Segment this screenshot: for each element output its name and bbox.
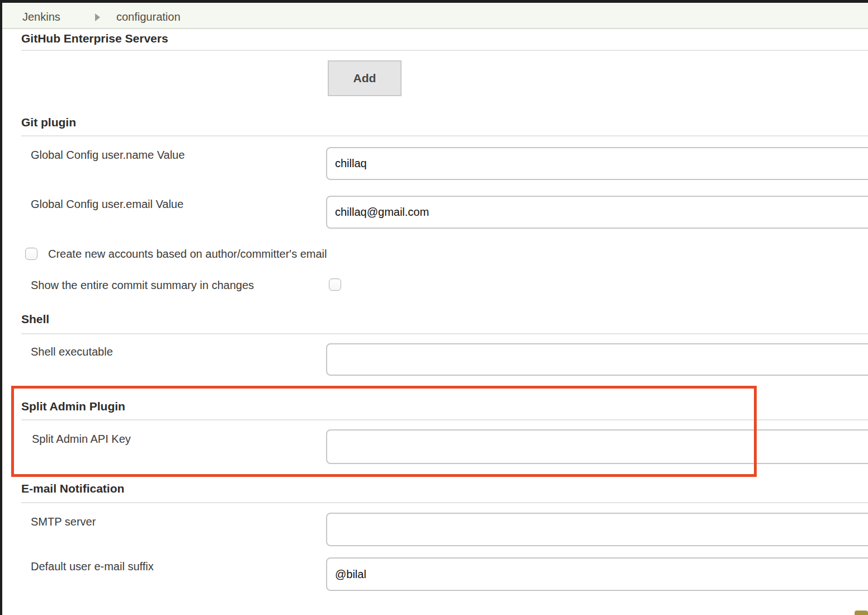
label-create-accounts: Create new accounts based on author/comm…	[48, 247, 327, 261]
section-title-git-plugin: Git plugin	[21, 115, 76, 130]
label-default-email-suffix: Default user e-mail suffix	[31, 560, 154, 574]
partial-help-icon	[855, 611, 868, 615]
smtp-server-input[interactable]	[326, 513, 868, 546]
section-divider	[21, 50, 868, 51]
section-title-split-admin-plugin: Split Admin Plugin	[21, 399, 125, 414]
section-divider	[21, 502, 868, 503]
breadcrumb-item-configuration[interactable]: configuration	[116, 11, 181, 23]
label-global-config-username: Global Config user.name Value	[31, 148, 185, 162]
label-split-admin-api-key: Split Admin API Key	[32, 432, 131, 446]
label-commit-summary: Show the entire commit summary in change…	[31, 278, 254, 292]
split-admin-api-key-input[interactable]	[326, 429, 868, 464]
section-divider	[21, 135, 868, 136]
label-shell-executable: Shell executable	[31, 345, 113, 359]
jenkins-configuration-page: Jenkins configuration GitHub Enterprise …	[0, 0, 868, 615]
global-config-username-input[interactable]	[326, 147, 868, 180]
breadcrumb: Jenkins configuration	[0, 3, 868, 29]
shell-executable-input[interactable]	[326, 343, 868, 376]
section-title-email-notification: E-mail Notification	[21, 481, 124, 496]
window-top-border	[0, 0, 868, 3]
section-divider	[21, 419, 868, 420]
section-divider	[21, 333, 868, 334]
commit-summary-checkbox[interactable]	[329, 278, 341, 291]
global-config-useremail-input[interactable]	[326, 196, 868, 229]
label-global-config-useremail: Global Config user.email Value	[31, 197, 183, 211]
add-button[interactable]: Add	[328, 60, 402, 96]
breadcrumb-item-jenkins[interactable]: Jenkins	[22, 11, 60, 23]
create-accounts-checkbox[interactable]	[25, 248, 37, 260]
window-left-border	[0, 0, 2, 615]
section-title-shell: Shell	[21, 312, 49, 327]
label-smtp-server: SMTP server	[31, 515, 96, 529]
section-title-github-enterprise-servers: GitHub Enterprise Servers	[21, 31, 168, 46]
default-email-suffix-input[interactable]	[326, 557, 868, 591]
breadcrumb-separator-icon	[95, 13, 100, 21]
